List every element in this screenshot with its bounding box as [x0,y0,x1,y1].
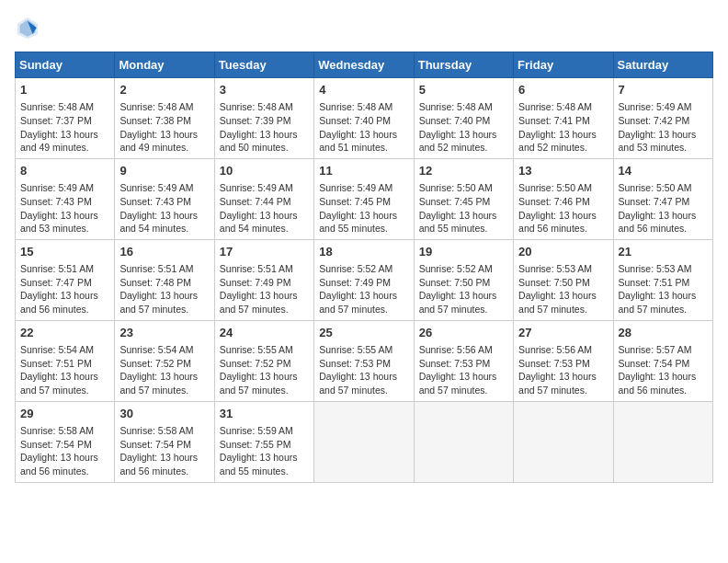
day-info: Sunrise: 5:58 AM Sunset: 7:54 PM Dayligh… [119,424,209,478]
day-info: Sunrise: 5:48 AM Sunset: 7:41 PM Dayligh… [518,100,608,155]
day-info: Sunrise: 5:51 AM Sunset: 7:48 PM Dayligh… [119,262,209,316]
calendar-cell [314,401,414,482]
calendar-header-saturday: Saturday [613,52,712,78]
calendar-cell: 13Sunrise: 5:50 AM Sunset: 7:46 PM Dayli… [514,158,613,239]
calendar-cell: 9Sunrise: 5:49 AM Sunset: 7:43 PM Daylig… [115,158,214,239]
calendar-cell: 7Sunrise: 5:49 AM Sunset: 7:42 PM Daylig… [613,78,712,159]
day-number: 27 [518,325,608,341]
day-number: 12 [419,163,508,179]
logo [15,15,44,40]
calendar-header-monday: Monday [115,52,214,78]
logo-icon [15,15,40,40]
day-info: Sunrise: 5:52 AM Sunset: 7:50 PM Dayligh… [419,262,508,316]
day-number: 6 [518,82,608,98]
calendar-cell: 15Sunrise: 5:51 AM Sunset: 7:47 PM Dayli… [16,239,115,320]
day-number: 30 [119,406,209,422]
day-info: Sunrise: 5:48 AM Sunset: 7:39 PM Dayligh… [220,100,309,155]
day-info: Sunrise: 5:50 AM Sunset: 7:47 PM Dayligh… [619,181,708,236]
day-info: Sunrise: 5:54 AM Sunset: 7:51 PM Dayligh… [20,343,109,397]
day-number: 13 [518,163,608,179]
day-info: Sunrise: 5:57 AM Sunset: 7:54 PM Dayligh… [619,343,708,397]
day-number: 19 [419,244,508,260]
day-number: 23 [119,325,209,341]
calendar-cell [414,401,513,482]
calendar-header-tuesday: Tuesday [214,52,313,78]
calendar-cell: 10Sunrise: 5:49 AM Sunset: 7:44 PM Dayli… [214,158,313,239]
calendar-cell: 30Sunrise: 5:58 AM Sunset: 7:54 PM Dayli… [115,401,214,482]
day-number: 21 [619,244,708,260]
calendar-cell: 28Sunrise: 5:57 AM Sunset: 7:54 PM Dayli… [613,320,712,401]
calendar-cell: 22Sunrise: 5:54 AM Sunset: 7:51 PM Dayli… [16,320,115,401]
day-info: Sunrise: 5:48 AM Sunset: 7:37 PM Dayligh… [20,100,109,155]
calendar-cell: 26Sunrise: 5:56 AM Sunset: 7:53 PM Dayli… [414,320,513,401]
day-number: 28 [619,325,708,341]
day-number: 7 [619,82,708,98]
day-number: 5 [419,82,508,98]
calendar-cell: 8Sunrise: 5:49 AM Sunset: 7:43 PM Daylig… [16,158,115,239]
day-number: 9 [119,163,209,179]
day-number: 1 [20,82,109,98]
calendar-table: SundayMondayTuesdayWednesdayThursdayFrid… [15,52,713,483]
calendar-header-wednesday: Wednesday [314,52,414,78]
day-info: Sunrise: 5:49 AM Sunset: 7:43 PM Dayligh… [119,181,209,236]
calendar-cell: 24Sunrise: 5:55 AM Sunset: 7:52 PM Dayli… [214,320,313,401]
calendar-cell: 4Sunrise: 5:48 AM Sunset: 7:40 PM Daylig… [314,78,414,159]
calendar-cell: 20Sunrise: 5:53 AM Sunset: 7:50 PM Dayli… [514,239,613,320]
day-info: Sunrise: 5:56 AM Sunset: 7:53 PM Dayligh… [419,343,508,397]
day-info: Sunrise: 5:48 AM Sunset: 7:38 PM Dayligh… [119,100,209,155]
day-info: Sunrise: 5:58 AM Sunset: 7:54 PM Dayligh… [20,424,109,478]
calendar-cell: 31Sunrise: 5:59 AM Sunset: 7:55 PM Dayli… [214,401,313,482]
calendar-cell: 17Sunrise: 5:51 AM Sunset: 7:49 PM Dayli… [214,239,313,320]
calendar-week-row: 29Sunrise: 5:58 AM Sunset: 7:54 PM Dayli… [16,401,713,482]
calendar-cell: 27Sunrise: 5:56 AM Sunset: 7:53 PM Dayli… [514,320,613,401]
calendar-cell: 5Sunrise: 5:48 AM Sunset: 7:40 PM Daylig… [414,78,513,159]
calendar-week-row: 22Sunrise: 5:54 AM Sunset: 7:51 PM Dayli… [16,320,713,401]
calendar-cell: 3Sunrise: 5:48 AM Sunset: 7:39 PM Daylig… [214,78,313,159]
day-info: Sunrise: 5:53 AM Sunset: 7:50 PM Dayligh… [518,262,608,316]
day-number: 11 [319,163,408,179]
day-info: Sunrise: 5:56 AM Sunset: 7:53 PM Dayligh… [518,343,608,397]
calendar-cell: 14Sunrise: 5:50 AM Sunset: 7:47 PM Dayli… [613,158,712,239]
calendar-cell: 12Sunrise: 5:50 AM Sunset: 7:45 PM Dayli… [414,158,513,239]
day-number: 22 [20,325,109,341]
calendar-header-thursday: Thursday [414,52,513,78]
day-info: Sunrise: 5:51 AM Sunset: 7:47 PM Dayligh… [20,262,109,316]
day-number: 26 [419,325,508,341]
day-number: 20 [518,244,608,260]
day-number: 16 [119,244,209,260]
day-number: 25 [319,325,408,341]
day-number: 10 [220,163,309,179]
calendar-cell: 29Sunrise: 5:58 AM Sunset: 7:54 PM Dayli… [16,401,115,482]
day-info: Sunrise: 5:55 AM Sunset: 7:52 PM Dayligh… [220,343,309,397]
calendar-cell: 25Sunrise: 5:55 AM Sunset: 7:53 PM Dayli… [314,320,414,401]
calendar-cell [613,401,712,482]
calendar-cell: 18Sunrise: 5:52 AM Sunset: 7:49 PM Dayli… [314,239,414,320]
day-info: Sunrise: 5:51 AM Sunset: 7:49 PM Dayligh… [220,262,309,316]
calendar-cell: 16Sunrise: 5:51 AM Sunset: 7:48 PM Dayli… [115,239,214,320]
day-info: Sunrise: 5:49 AM Sunset: 7:43 PM Dayligh… [20,181,109,236]
day-number: 15 [20,244,109,260]
calendar-cell: 1Sunrise: 5:48 AM Sunset: 7:37 PM Daylig… [16,78,115,159]
calendar-cell: 11Sunrise: 5:49 AM Sunset: 7:45 PM Dayli… [314,158,414,239]
calendar-cell: 2Sunrise: 5:48 AM Sunset: 7:38 PM Daylig… [115,78,214,159]
day-number: 2 [119,82,209,98]
day-info: Sunrise: 5:48 AM Sunset: 7:40 PM Dayligh… [319,100,408,155]
calendar-cell: 23Sunrise: 5:54 AM Sunset: 7:52 PM Dayli… [115,320,214,401]
day-number: 31 [220,406,309,422]
day-number: 18 [319,244,408,260]
calendar-header-sunday: Sunday [16,52,115,78]
day-info: Sunrise: 5:52 AM Sunset: 7:49 PM Dayligh… [319,262,408,316]
page-header [15,15,713,40]
day-info: Sunrise: 5:49 AM Sunset: 7:45 PM Dayligh… [319,181,408,236]
calendar-week-row: 8Sunrise: 5:49 AM Sunset: 7:43 PM Daylig… [16,158,713,239]
day-info: Sunrise: 5:59 AM Sunset: 7:55 PM Dayligh… [220,424,309,478]
day-info: Sunrise: 5:55 AM Sunset: 7:53 PM Dayligh… [319,343,408,397]
day-info: Sunrise: 5:50 AM Sunset: 7:46 PM Dayligh… [518,181,608,236]
calendar-cell [514,401,613,482]
day-number: 3 [220,82,309,98]
calendar-cell: 19Sunrise: 5:52 AM Sunset: 7:50 PM Dayli… [414,239,513,320]
calendar-week-row: 1Sunrise: 5:48 AM Sunset: 7:37 PM Daylig… [16,78,713,159]
day-info: Sunrise: 5:48 AM Sunset: 7:40 PM Dayligh… [419,100,508,155]
day-info: Sunrise: 5:54 AM Sunset: 7:52 PM Dayligh… [119,343,209,397]
calendar-cell: 6Sunrise: 5:48 AM Sunset: 7:41 PM Daylig… [514,78,613,159]
